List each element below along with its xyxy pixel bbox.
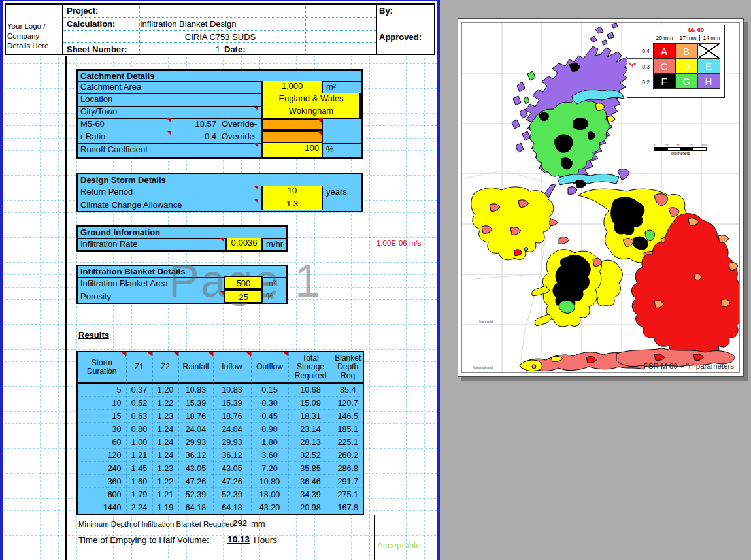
city-town-input[interactable]: Wokingham bbox=[261, 106, 361, 118]
results-body: 50.371.2010.8310.830.1510.6885.4100.521.… bbox=[77, 383, 363, 514]
result-cell: 43.20 bbox=[251, 501, 288, 515]
sheet-header: Your Logo / Company Details Here Project… bbox=[5, 3, 435, 55]
scale-tick: 100 bbox=[701, 143, 707, 147]
results-column-header: Rainfall bbox=[178, 352, 213, 383]
print-area-left-border bbox=[65, 56, 67, 560]
status-badge: Acceptable bbox=[377, 540, 421, 550]
screen: Your Logo / Company Details Here Project… bbox=[0, 0, 751, 560]
result-cell: 275.1 bbox=[333, 488, 363, 501]
table-row: 14402.241.1964.1864.1843.2020.98167.8 bbox=[77, 501, 363, 515]
results-column-header: Outflow bbox=[251, 352, 288, 383]
table-row: 601.001.2429.9329.931.8028.13225.1 bbox=[77, 436, 363, 449]
min-depth-unit: mm bbox=[251, 519, 265, 529]
note-marker bbox=[167, 118, 171, 123]
note-marker bbox=[246, 352, 251, 357]
legend-cell-F: F bbox=[653, 73, 676, 89]
rate-conversion-note: 1.00E-06 m/s bbox=[376, 239, 421, 247]
result-cell: 64.18 bbox=[178, 501, 213, 515]
section-title: Catchment Details bbox=[80, 71, 154, 81]
result-cell: 5 bbox=[77, 383, 126, 397]
results-column-header: Storm Duration bbox=[77, 352, 126, 383]
result-cell: 1.80 bbox=[251, 436, 288, 449]
by-label: By: bbox=[379, 6, 393, 16]
table-row: 150.631.2318.7618.760.4518.31146.5 bbox=[77, 410, 363, 423]
sheet-number-label: Sheet Number: bbox=[67, 44, 127, 54]
logo-line: Company bbox=[7, 31, 62, 41]
note-marker bbox=[122, 352, 126, 357]
note-marker bbox=[284, 352, 288, 357]
note-marker bbox=[254, 186, 258, 190]
result-cell: 1.21 bbox=[152, 488, 178, 501]
note-marker bbox=[209, 352, 213, 357]
result-cell: 36.46 bbox=[288, 475, 333, 488]
return-period-input[interactable]: 10 bbox=[261, 186, 323, 199]
note-marker bbox=[254, 199, 258, 203]
catchment-area-input[interactable]: 1,000 bbox=[261, 81, 323, 93]
result-cell: 15.39 bbox=[178, 397, 213, 410]
emptying-time-unit: Hours bbox=[254, 535, 277, 545]
r-ratio-override-input[interactable] bbox=[261, 131, 323, 143]
result-cell: 18.76 bbox=[178, 410, 213, 423]
legend-cell-G: G bbox=[675, 73, 698, 89]
result-cell: 260.2 bbox=[333, 449, 363, 462]
result-cell: 47.26 bbox=[178, 475, 213, 488]
porosity-input[interactable]: 25 bbox=[224, 289, 263, 303]
result-cell: 0.90 bbox=[251, 423, 288, 436]
results-column-header: Blanket Depth Req bbox=[333, 352, 363, 383]
page-break-border-right bbox=[437, 0, 440, 560]
sheet-number-value[interactable]: 1 bbox=[195, 44, 220, 54]
page-break-border-left bbox=[0, 0, 3, 560]
scale-unit-label: kilometers bbox=[654, 151, 707, 156]
result-cell: 10.68 bbox=[288, 383, 333, 397]
location-input[interactable]: England & Wales bbox=[261, 93, 361, 106]
project-label: Project: bbox=[67, 6, 98, 16]
blanket-area-input[interactable]: 500 bbox=[224, 276, 263, 289]
climate-change-label: Climate Change Allowance bbox=[80, 200, 182, 210]
result-cell: 20.98 bbox=[288, 501, 333, 515]
infiltration-rate-input[interactable]: 0.0036 bbox=[225, 238, 263, 250]
result-cell: 286.8 bbox=[333, 462, 363, 475]
results-column-header: Z1 bbox=[126, 352, 152, 383]
result-cell: 1.45 bbox=[126, 462, 152, 475]
result-cell: 146.5 bbox=[333, 410, 363, 423]
results-column-header: Inflow bbox=[213, 352, 251, 383]
result-cell: 47.26 bbox=[213, 475, 251, 488]
result-cell: 1.21 bbox=[126, 449, 152, 462]
national-grid-label: National grid bbox=[473, 365, 493, 369]
r-ratio-value: 0.4 bbox=[175, 131, 216, 141]
m5-60-override-label: Override- bbox=[222, 119, 257, 129]
result-cell: 1.24 bbox=[152, 436, 178, 449]
table-row: 2401.451.2343.0543.057.2035.85286.8 bbox=[77, 462, 363, 475]
result-cell: 120.7 bbox=[333, 397, 363, 410]
result-cell: 18.31 bbox=[288, 410, 333, 423]
note-marker bbox=[254, 143, 258, 148]
legend-cell-C: C bbox=[653, 58, 676, 74]
result-cell: 18.76 bbox=[213, 410, 251, 423]
result-cell: 1440 bbox=[77, 501, 126, 515]
legend-cell-E: E bbox=[697, 58, 720, 74]
result-cell: 24.04 bbox=[178, 423, 213, 436]
table-row: 6001.791.2152.3952.3918.0034.39275.1 bbox=[77, 488, 363, 501]
logo-line: Details Here bbox=[7, 41, 62, 51]
catchment-details-box: Catchment Details Catchment Area 1,000 m… bbox=[76, 69, 363, 159]
legend-cell-crossed bbox=[697, 43, 720, 59]
spreadsheet-sheet: Your Logo / Company Details Here Project… bbox=[0, 0, 440, 560]
legend-row-label: 0.2 bbox=[627, 74, 652, 90]
min-depth-value: 292 bbox=[221, 518, 247, 528]
result-cell: 0.45 bbox=[251, 410, 288, 423]
table-row: 1201.211.2436.1236.123.6032.52260.2 bbox=[77, 449, 363, 462]
calculation-value[interactable]: Infiltration Blanket Design bbox=[140, 19, 236, 29]
design-storm-box: Design Storm Details Return Period 10 ye… bbox=[76, 173, 363, 212]
legend-cell-A: A bbox=[653, 43, 676, 59]
result-cell: 10.83 bbox=[213, 383, 251, 397]
result-cell: 30 bbox=[77, 423, 126, 436]
result-cell: 35.85 bbox=[288, 462, 333, 475]
emptying-time-value: 10.13 bbox=[218, 535, 250, 544]
result-cell: 29.93 bbox=[178, 436, 213, 449]
m5-60-override-input[interactable] bbox=[261, 118, 323, 131]
result-cell: 1.23 bbox=[152, 462, 178, 475]
climate-change-input[interactable]: 1.3 bbox=[261, 199, 323, 210]
runoff-input[interactable]: 100 bbox=[261, 143, 323, 157]
map-panel: Irish grid National grid M₅ 60 20 mm17 m… bbox=[458, 18, 744, 377]
return-period-label: Return Period bbox=[80, 187, 133, 197]
